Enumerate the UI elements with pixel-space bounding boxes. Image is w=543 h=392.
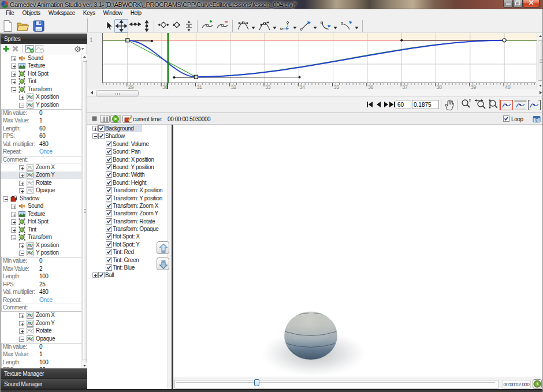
sound-manager-bar[interactable]: Sound Manager: [0, 379, 87, 389]
tree-item-transform[interactable]: Transform: [0, 234, 81, 242]
expand-icon[interactable]: [19, 243, 24, 248]
add-curve-button[interactable]: [25, 45, 35, 54]
expand-icon[interactable]: [19, 313, 24, 318]
playback-slider-thumb[interactable]: [254, 379, 259, 386]
track-row-transform-x-position[interactable]: Transform: X position: [87, 186, 172, 194]
collapse-icon[interactable]: [11, 87, 16, 92]
tree-item-rotate[interactable]: Rotate: [0, 327, 81, 335]
menu-item-window[interactable]: Window: [99, 9, 127, 17]
expand-icon[interactable]: [92, 126, 98, 131]
tree-item-x-position[interactable]: X position: [0, 241, 81, 249]
track-row-sound-volume[interactable]: Sound: Volume: [87, 140, 172, 148]
value-input[interactable]: [412, 100, 439, 109]
add-sprite-button[interactable]: [2, 45, 10, 54]
new-file-button[interactable]: [1, 18, 15, 32]
curve-horizontal-scrollbar[interactable]: [87, 89, 543, 97]
expand-vertical-tool-button[interactable]: [183, 19, 195, 33]
tree-item-tint[interactable]: Tint: [0, 226, 81, 234]
move-vertical-tool-button[interactable]: [142, 19, 151, 33]
select-tool-button[interactable]: [103, 19, 114, 33]
open-file-button[interactable]: [15, 18, 31, 32]
add-key-tool-button[interactable]: [200, 19, 215, 33]
expand-horizontal-tool-button[interactable]: [157, 19, 170, 33]
collapse-icon[interactable]: [11, 235, 16, 240]
pause-button[interactable]: [100, 115, 110, 123]
track-checkbox[interactable]: [106, 195, 112, 201]
expand-icon[interactable]: [11, 212, 16, 217]
expand-icon[interactable]: [19, 181, 24, 186]
expand-icon[interactable]: [11, 72, 16, 77]
track-row-bound-height[interactable]: Bound: Height: [87, 179, 172, 186]
scroll-up-icon[interactable]: [82, 54, 87, 60]
expand-icon[interactable]: [19, 321, 24, 326]
move-horizontal-tool-button[interactable]: [128, 19, 142, 33]
tree-item-zoom-y[interactable]: Zoom Y: [0, 171, 81, 180]
track-row-transform-zoom-x[interactable]: Transform: Zoom X: [87, 202, 172, 210]
expand-icon[interactable]: [19, 188, 24, 193]
menu-item-file[interactable]: File: [2, 9, 18, 17]
stop-button[interactable]: [92, 116, 97, 121]
collapse-icon[interactable]: [3, 196, 8, 201]
track-checkbox[interactable]: [106, 257, 112, 263]
track-checkbox[interactable]: [106, 203, 112, 209]
expand-icon[interactable]: [92, 272, 98, 278]
track-row-transform-zoom-y[interactable]: Transform: Zoom Y: [87, 210, 172, 217]
scroll-left-icon[interactable]: [90, 90, 94, 96]
expand-icon[interactable]: [19, 95, 24, 100]
track-row-transform-y-position[interactable]: Transform: Y position: [87, 195, 172, 202]
move-tool-button[interactable]: [114, 19, 128, 33]
go-end-button[interactable]: [388, 100, 396, 110]
go-start-button[interactable]: [366, 100, 374, 110]
view-curve-free-button[interactable]: [528, 100, 541, 111]
pan-hand-button[interactable]: [444, 99, 455, 113]
tangent-ease-in-tool-button[interactable]: [318, 19, 333, 33]
texture-manager-bar[interactable]: Texture Manager: [0, 368, 87, 379]
expand-icon[interactable]: [11, 79, 16, 84]
tree-item-opaque[interactable]: Opaque: [0, 335, 81, 343]
expand-icon[interactable]: [11, 56, 16, 61]
expand-icon[interactable]: [11, 227, 16, 233]
collapse-icon[interactable]: [92, 133, 98, 139]
tree-item-shadow[interactable]: Shadow: [0, 195, 81, 203]
curve-plot-area[interactable]: [102, 33, 536, 83]
track-checkbox[interactable]: [106, 241, 112, 248]
track-checkbox[interactable]: [106, 218, 112, 225]
track-checkbox[interactable]: [98, 133, 105, 139]
tree-item-zoom-x[interactable]: Zoom X: [0, 312, 81, 320]
tree-item-zoom-y[interactable]: Zoom Y: [0, 319, 81, 327]
tree-item-texture[interactable]: Texture: [0, 210, 81, 218]
tree-item-hot-spot[interactable]: Hot Spot: [0, 218, 81, 226]
menu-item-objects[interactable]: Objects: [18, 9, 44, 17]
menu-item-workspace[interactable]: Workspace: [44, 9, 79, 17]
menu-item-keys[interactable]: Keys: [79, 9, 99, 17]
record-keys-button[interactable]: [122, 115, 132, 123]
tree-item-sound[interactable]: Sound: [0, 54, 81, 62]
collapse-icon[interactable]: [19, 337, 24, 342]
play-button[interactable]: [110, 115, 120, 123]
playback-slider-track[interactable]: [174, 380, 499, 389]
scrollbar-thumb[interactable]: [96, 90, 139, 96]
view-curve-limits-button[interactable]: [514, 100, 527, 111]
track-row-sound-pan[interactable]: Sound: Pan: [87, 148, 172, 155]
track-row-hot-spot-x[interactable]: Hot Spot: X: [87, 233, 172, 240]
tangent-ease-in-tool-dropdown-caret[interactable]: [333, 18, 339, 32]
track-checkbox[interactable]: [106, 180, 112, 186]
expand-icon[interactable]: [11, 219, 16, 225]
track-checkbox[interactable]: [106, 226, 112, 232]
track-row-bound-y-position[interactable]: Bound: Y position: [87, 163, 172, 171]
scroll-down-icon[interactable]: [82, 363, 87, 368]
move-track-up-button[interactable]: [157, 241, 169, 254]
collapse-icon[interactable]: [19, 103, 24, 108]
track-row-transform-opaque[interactable]: Transform: Opaque: [87, 225, 172, 233]
move-track-down-button[interactable]: [157, 257, 169, 270]
tangent-linear-tool-button[interactable]: [298, 19, 313, 33]
tree-item-hot-spot[interactable]: Hot Spot: [0, 70, 81, 78]
tree-item-y-position[interactable]: Y position: [0, 101, 81, 109]
frame-input[interactable]: [396, 100, 411, 109]
delete-curve-button[interactable]: [35, 45, 44, 54]
track-row-bound-width[interactable]: Bound: Width: [87, 171, 172, 178]
property-value[interactable]: Once: [39, 297, 52, 303]
track-row-ball[interactable]: Ball: [87, 271, 172, 279]
zoom-vertical-button[interactable]: [488, 99, 497, 110]
track-checkbox[interactable]: [106, 156, 112, 163]
